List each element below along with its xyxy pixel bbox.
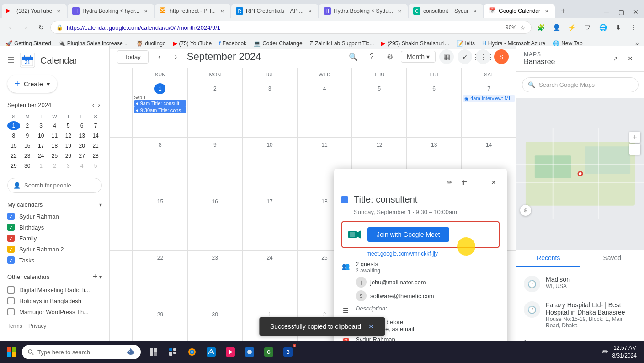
tab-gcalendar[interactable]: 📅 Google Calendar ✕ (484, 4, 555, 18)
mini-cal-day-29[interactable]: 29 (7, 161, 20, 171)
day-number-sep2[interactable]: 2 (209, 83, 220, 94)
maps-compass-button[interactable]: ⊕ (520, 205, 531, 216)
month-view-button[interactable]: ▦ (439, 49, 454, 64)
popup-edit-button[interactable]: ✏ (443, 176, 456, 189)
popup-delete-button[interactable]: 🗑 (458, 176, 471, 189)
today-button[interactable]: Today (117, 50, 149, 64)
maps-tab-saved[interactable]: Saved (580, 250, 644, 267)
maps-search-input[interactable]: 🔍 Search Google Maps (522, 77, 639, 92)
day-number-sep7[interactable]: 7 (484, 83, 495, 94)
my-calendars-collapse-icon[interactable]: ▾ (99, 202, 102, 208)
calendar-checkbox-sydur-rahman[interactable]: ✓ (7, 213, 15, 220)
taskbar-search-box[interactable]: Type here to search (22, 345, 141, 359)
other-calendars-collapse-icon[interactable]: ▾ (99, 274, 102, 280)
day-number-sep30[interactable]: 30 (209, 309, 220, 320)
cal-cell-sep4[interactable]: 4 (297, 81, 352, 137)
mini-cal-day-1[interactable]: 1 (7, 121, 20, 130)
mini-cal-day-20[interactable]: 20 (75, 141, 88, 150)
tab-close-gcalendar[interactable]: ✕ (543, 7, 550, 15)
tab-close-redirect[interactable]: ✕ (218, 7, 226, 15)
taskbar-icon-blue1[interactable] (240, 343, 259, 361)
cal-cell-sep23[interactable]: 23 (187, 251, 242, 306)
mini-cal-day-22[interactable]: 22 (7, 151, 20, 160)
calendar-item-family[interactable]: ✓ Family (0, 233, 106, 244)
calendar-checkbox-sydur-rahman-2[interactable]: ✓ (7, 246, 15, 253)
apps-icon-button[interactable]: ⋮⋮⋮ (476, 49, 490, 64)
mini-cal-day-2[interactable]: 2 (21, 121, 34, 130)
day-number-sep22[interactable]: 22 (154, 252, 165, 263)
calendar-checkbox-birthdays[interactable]: ✓ (7, 224, 15, 231)
day-number-sep8[interactable]: 8 (154, 139, 165, 150)
calendar-search-button[interactable]: 🔍 (346, 49, 361, 64)
cal-cell-sep15[interactable]: 15 (133, 194, 187, 250)
toast-close-button[interactable]: ✕ (368, 323, 374, 330)
day-number-sep6[interactable]: 6 (429, 83, 440, 94)
cal-cell-sep24[interactable]: 24 (242, 251, 297, 306)
my-calendars-header[interactable]: My calendars ▾ (0, 198, 109, 211)
join-google-meet-button[interactable]: Join with Google Meet (367, 227, 449, 242)
mini-cal-day-21[interactable]: 21 (89, 141, 102, 150)
taskbar-icon-firefox[interactable] (183, 343, 201, 361)
next-month-button[interactable]: › (169, 49, 183, 64)
start-button[interactable] (4, 344, 20, 360)
mini-cal-day-19[interactable]: 19 (62, 141, 75, 150)
hamburger-menu-button[interactable]: ☰ (7, 55, 15, 65)
mini-cal-day-8[interactable]: 8 (7, 131, 20, 140)
maps-close-button[interactable]: ✕ (624, 52, 637, 65)
taskbar-icon-media[interactable] (221, 343, 240, 361)
calendar-item-sydur-rahman[interactable]: ✓ Sydur Rahman (0, 211, 106, 222)
user-avatar[interactable]: S (494, 49, 509, 64)
mini-calendar-next-button[interactable]: › (96, 100, 102, 109)
maps-zoom-out-button[interactable]: − (629, 144, 640, 155)
maps-tab-recents[interactable]: Recents (516, 250, 580, 267)
pen-icon[interactable]: ✏ (602, 347, 609, 357)
calendar-item-holidays[interactable]: Holidays in Bangladesh (0, 295, 106, 306)
calendar-checkbox-mamurjor[interactable] (7, 308, 15, 315)
globe-icon[interactable]: 🌐 (596, 21, 609, 34)
day-number-sep4[interactable]: 4 (319, 83, 330, 94)
cal-cell-sep5[interactable]: 5 (351, 81, 406, 137)
day-number-sep11[interactable]: 11 (319, 139, 330, 150)
mini-cal-day-28[interactable]: 28 (89, 151, 102, 160)
other-calendars-header[interactable]: Other calendars + ▾ (0, 269, 109, 284)
forward-button[interactable]: › (19, 21, 32, 34)
mini-cal-day-26[interactable]: 26 (62, 151, 75, 160)
day-number-sep23[interactable]: 23 (209, 252, 220, 263)
day-number-sep5[interactable]: 5 (374, 83, 385, 94)
day-number-sep16[interactable]: 16 (209, 196, 220, 207)
mini-cal-day-6[interactable]: 6 (75, 121, 88, 130)
other-calendars-add-button[interactable]: + (92, 272, 97, 282)
cal-cell-sep10[interactable]: 10 (242, 138, 297, 193)
calendar-settings-button[interactable]: ⚙ (383, 49, 397, 64)
calendar-item-digital-marketing[interactable]: Digital Marketing Radio li... (0, 284, 106, 295)
mini-cal-day-17[interactable]: 17 (35, 141, 48, 150)
mini-cal-day-12[interactable]: 12 (62, 131, 75, 140)
tab-redirect[interactable]: 🔀 http redirect - PH... ✕ (155, 4, 230, 18)
maps-place-farazy[interactable]: 🕐 Farazy Hospital Ltd- | Best Hospital i… (516, 297, 644, 333)
maximize-button[interactable]: ▢ (615, 5, 628, 18)
new-tab-button[interactable]: + (556, 4, 570, 18)
mini-cal-day-11[interactable]: 11 (48, 131, 61, 140)
maps-zoom-in-button[interactable]: + (629, 132, 640, 143)
tab-close-rpi[interactable]: ✕ (306, 7, 314, 15)
mini-cal-day-3[interactable]: 3 (35, 121, 48, 130)
tab-close-youtube[interactable]: ✕ (55, 7, 62, 15)
extensions-icon[interactable]: 🧩 (534, 21, 547, 34)
back-button[interactable]: ‹ (4, 21, 16, 34)
maps-place-madison[interactable]: 🕐 Madison WI, USA (516, 271, 644, 297)
mini-cal-day-15[interactable]: 15 (7, 141, 20, 150)
maps-external-link-icon[interactable]: ↗ (609, 52, 622, 65)
tab-hydra1[interactable]: H Hydra Booking < hydr... ✕ (68, 4, 154, 18)
mini-cal-day-10[interactable]: 10 (35, 131, 48, 140)
create-event-button[interactable]: + Create ▾ (7, 75, 57, 93)
tab-hydra2[interactable]: H Hydra Booking < Sydu... ✕ (319, 4, 408, 18)
calendar-item-tasks[interactable]: ✓ Tasks (0, 255, 106, 266)
taskbar-icon-vscode[interactable] (202, 343, 220, 361)
day-number-sep18[interactable]: 18 (319, 196, 330, 207)
taskbar-icon-widgets[interactable] (164, 343, 182, 361)
cal-cell-sep3[interactable]: 3 (242, 81, 297, 137)
calendar-checkbox-tasks[interactable]: ✓ (7, 256, 15, 264)
event-sep1-consult[interactable]: ● 9am Title: consult (134, 100, 186, 107)
cal-cell-sep6[interactable]: 6 (406, 81, 461, 137)
mini-cal-day-13[interactable]: 13 (75, 131, 88, 140)
